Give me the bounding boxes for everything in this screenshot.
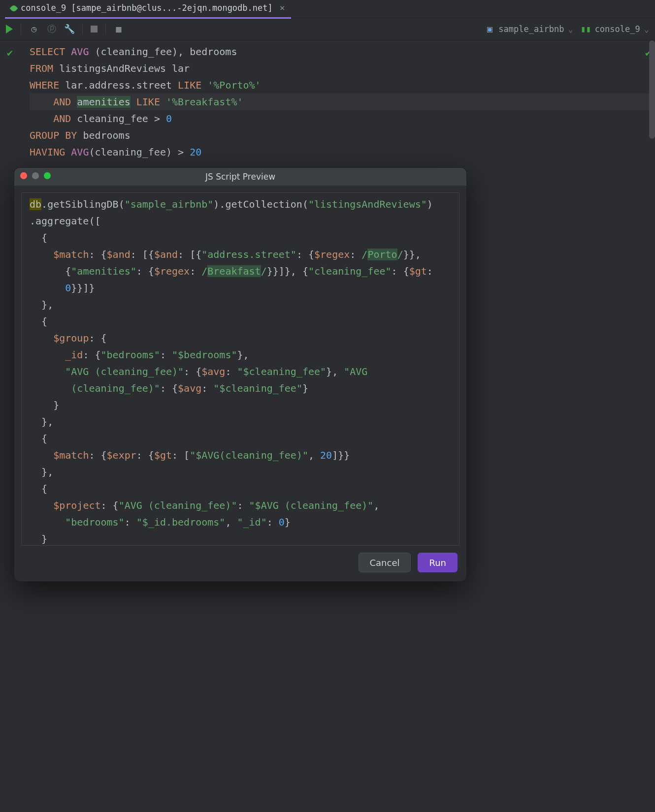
session-label: console_9: [595, 22, 640, 36]
editor-tab-label: console_9 [sampe_airbnb@clus...-2ejqn.mo…: [21, 1, 273, 15]
vertical-scrollbar[interactable]: [649, 40, 655, 170]
datasource-selector[interactable]: ▣ sample_airbnb ⌄: [485, 22, 573, 36]
session-selector[interactable]: ▮▮ console_9 ⌄: [581, 22, 649, 36]
history-icon[interactable]: ◷: [29, 24, 39, 34]
chevron-down-icon: ⌄: [568, 22, 573, 36]
sql-editor[interactable]: ✔ ✔ SELECT AVG (cleaning_fee), bedrooms …: [0, 40, 655, 170]
editor-tabbar: console_9 [sampe_airbnb@clus...-2ejqn.mo…: [0, 0, 655, 18]
js-script-preview-dialog: JS Script Preview db.getSiblingDB("sampl…: [14, 167, 467, 170]
editor-tab[interactable]: console_9 [sampe_airbnb@clus...-2ejqn.mo…: [5, 0, 291, 19]
toolbar: ◷ ⓟ 🔧 ▦ ▣ sample_airbnb ⌄ ▮▮ console_9 ⌄: [0, 18, 655, 40]
chevron-down-icon: ⌄: [644, 22, 649, 36]
console-icon: ▮▮: [581, 24, 591, 34]
explain-plan-icon[interactable]: ⓟ: [47, 24, 57, 34]
stop-icon[interactable]: [91, 26, 98, 32]
dialog-title: JS Script Preview: [205, 170, 275, 170]
wrench-icon[interactable]: 🔧: [65, 24, 74, 34]
schema-icon: ▣: [485, 24, 494, 34]
grid-icon[interactable]: ▦: [114, 24, 124, 34]
mongo-leaf-icon: [10, 4, 18, 12]
dialog-titlebar[interactable]: JS Script Preview: [14, 168, 466, 170]
close-icon[interactable]: ×: [280, 0, 285, 16]
run-icon[interactable]: [6, 25, 13, 33]
gutter-check-icon: ✔: [7, 44, 13, 61]
datasource-label: sample_airbnb: [498, 22, 564, 36]
